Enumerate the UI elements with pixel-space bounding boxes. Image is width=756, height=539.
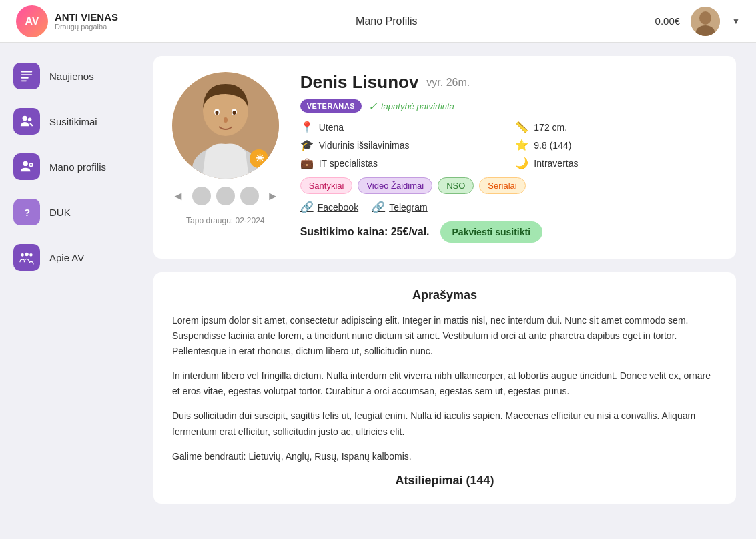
facebook-link[interactable]: 🔗 Facebook xyxy=(300,201,358,213)
avatar[interactable] xyxy=(691,7,720,36)
price-label: Susitikimo kaina: 25€/val. xyxy=(300,226,430,238)
link-icon-telegram: 🔗 xyxy=(372,201,385,213)
location-icon: 📍 xyxy=(300,121,314,133)
brand-name: ANTI VIENAS xyxy=(55,11,118,23)
sidebar-item-duk[interactable]: ? DUK xyxy=(0,189,133,235)
svg-point-9 xyxy=(23,161,28,166)
svg-rect-3 xyxy=(21,71,33,73)
photo-nav: ◄ ► xyxy=(169,187,282,205)
sidebar-item-susitikimai[interactable]: Susitikimai xyxy=(0,99,133,144)
sidebar-label-duk: DUK xyxy=(49,207,71,218)
description-title: Aprašymas xyxy=(172,288,717,302)
svg-rect-5 xyxy=(21,77,29,79)
brand: ANTI VIENAS Draugų pagalba xyxy=(55,11,118,31)
profile-name: Denis Lisunov xyxy=(300,72,419,93)
main-content: ☀ ◄ ► Tapo draugu: 02-2024 Denis Lisunov xyxy=(133,43,756,539)
svg-text:☀: ☀ xyxy=(255,153,264,164)
desc-para-2: In interdum libero vel fringilla dictum.… xyxy=(172,368,717,399)
sidebar-item-apie-av[interactable]: Apie AV xyxy=(0,235,133,280)
graduation-icon: 🎓 xyxy=(300,139,314,151)
profile-details: 📍 Utena 📏 172 cm. 🎓 Vidurinis išsilavini… xyxy=(300,121,720,169)
telegram-label: Telegram xyxy=(389,202,428,213)
veteran-badge: VETERANAS xyxy=(300,99,362,113)
name-row: Denis Lisunov vyr. 26m. xyxy=(300,72,720,93)
star-icon: ⭐ xyxy=(515,139,528,151)
profile-card: ☀ ◄ ► Tapo draugu: 02-2024 Denis Lisunov xyxy=(153,56,736,259)
social-row: 🔗 Facebook 🔗 Telegram xyxy=(300,201,720,213)
facebook-label: Facebook xyxy=(318,202,358,213)
sidebar-label-naujienos: Naujienos xyxy=(49,71,94,82)
sidebar-label-mano-profilis: Mano profilis xyxy=(49,161,106,173)
logo: AV xyxy=(16,5,48,37)
detail-rating: ⭐ 9.8 (144) xyxy=(515,139,720,151)
profile-photo: ☀ xyxy=(172,72,279,179)
profile-photo-svg: ☀ xyxy=(172,72,279,179)
sidebar-label-susitikimai: Susitikimai xyxy=(49,116,97,127)
verified-text: tapatybė patvirtinta xyxy=(381,101,454,111)
svg-rect-6 xyxy=(21,80,27,81)
tag-santykiai[interactable]: Santykiai xyxy=(300,177,353,194)
sidebar: Naujienos Susitikimai Mano profilis ? DU… xyxy=(0,43,133,539)
price-row: Susitikimo kaina: 25€/val. Pakviesti sus… xyxy=(300,221,720,243)
nav-center[interactable]: Mano Profilis xyxy=(118,15,655,27)
tags-row: Santykiai Video Žaidimai NSO Serialai xyxy=(300,177,720,194)
profile-info: Denis Lisunov vyr. 26m. VETERANAS ✓ tapa… xyxy=(300,72,720,243)
verified-row: ✓ tapatybė patvirtinta xyxy=(368,100,454,113)
svg-point-20 xyxy=(215,111,218,115)
desc-para-4: Galime bendrauti: Lietuvių, Anglų, Rusų,… xyxy=(172,449,717,464)
reviews-title: Atsiliepimai (144) xyxy=(172,474,717,488)
check-icon: ✓ xyxy=(368,100,377,113)
tag-serialai[interactable]: Serialai xyxy=(479,177,525,194)
tag-video-zaidimai[interactable]: Video Žaidimai xyxy=(358,177,432,194)
telegram-link[interactable]: 🔗 Telegram xyxy=(372,201,428,213)
svg-point-13 xyxy=(25,253,29,257)
detail-profession: 💼 IT specialistas xyxy=(300,157,505,169)
detail-height: 📏 172 cm. xyxy=(515,121,720,133)
svg-rect-4 xyxy=(21,74,33,75)
svg-point-8 xyxy=(28,118,32,122)
people-icon xyxy=(13,108,40,135)
link-icon-facebook: 🔗 xyxy=(300,201,314,213)
sidebar-item-mano-profilis[interactable]: Mano profilis xyxy=(0,144,133,189)
tag-nso[interactable]: NSO xyxy=(438,177,474,194)
photo-dot-3[interactable] xyxy=(240,187,259,205)
sidebar-label-apie-av: Apie AV xyxy=(49,252,84,263)
desc-para-1: Lorem ipsum dolor sit amet, consectetur … xyxy=(172,313,717,359)
detail-personality: 🌙 Intravertas xyxy=(515,157,720,169)
person-settings-icon xyxy=(13,153,40,180)
avatar-image xyxy=(691,7,720,36)
description-card: Aprašymas Lorem ipsum dolor sit amet, co… xyxy=(153,272,736,504)
invite-button[interactable]: Pakviesti susitikti xyxy=(440,221,543,243)
work-icon: 💼 xyxy=(300,157,314,169)
moon-icon: 🌙 xyxy=(515,157,528,169)
svg-point-1 xyxy=(699,11,711,25)
photo-dot-1[interactable] xyxy=(192,187,211,205)
svg-point-22 xyxy=(224,117,228,123)
list-icon xyxy=(13,63,40,89)
main-layout: Naujienos Susitikimai Mano profilis ? DU… xyxy=(0,43,756,539)
svg-text:?: ? xyxy=(24,207,30,218)
ruler-icon: 📏 xyxy=(515,121,528,133)
balance: 0.00€ xyxy=(655,15,681,27)
header-right: 0.00€ ▼ xyxy=(655,7,740,36)
desc-para-3: Duis sollicitudin dui suscipit, sagittis… xyxy=(172,408,717,439)
profile-gender-age: vyr. 26m. xyxy=(426,77,470,89)
chevron-down-icon[interactable]: ▼ xyxy=(732,17,740,26)
profile-photo-col: ☀ ◄ ► Tapo draugu: 02-2024 xyxy=(169,72,282,243)
brand-sub: Draugų pagalba xyxy=(55,23,118,31)
detail-education: 🎓 Vidurinis išsilavinimas xyxy=(300,139,505,151)
photo-dot-2[interactable] xyxy=(216,187,235,205)
svg-point-14 xyxy=(29,253,33,257)
member-since: Tapo draugu: 02-2024 xyxy=(186,216,264,225)
people-group-icon xyxy=(13,244,40,271)
detail-location: 📍 Utena xyxy=(300,121,505,133)
header: AV ANTI VIENAS Draugų pagalba Mano Profi… xyxy=(0,0,756,43)
svg-point-7 xyxy=(23,116,27,121)
photo-prev-arrow[interactable]: ◄ xyxy=(169,189,187,203)
sidebar-item-naujienos[interactable]: Naujienos xyxy=(0,53,133,99)
svg-point-21 xyxy=(232,111,236,115)
question-icon: ? xyxy=(13,199,40,225)
svg-point-12 xyxy=(21,253,24,257)
photo-next-arrow[interactable]: ► xyxy=(264,189,282,203)
